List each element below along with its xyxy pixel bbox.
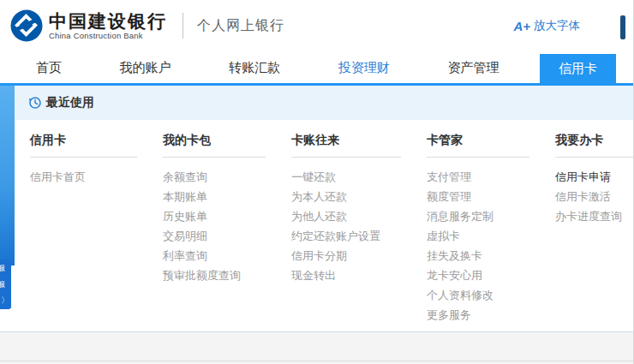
menu-item[interactable]: 约定还款账户设置 <box>291 226 427 246</box>
menu-item[interactable]: 信用卡激活 <box>555 187 633 206</box>
scrollbar-thumb[interactable] <box>620 15 625 39</box>
nav-tab-1[interactable]: 我的账户 <box>103 51 188 83</box>
menu-column-title: 卡管家 <box>427 133 529 158</box>
megamenu-columns: 信用卡信用卡首页我的卡包余额查询本期账单历史账单交易明细利率查询预审批额度查询卡… <box>0 120 633 325</box>
recent-used-label: 最近使用 <box>46 95 94 110</box>
menu-item[interactable]: 挂失及换卡 <box>427 246 555 266</box>
menu-item[interactable]: 信用卡申请 <box>555 167 633 187</box>
menu-item[interactable]: 办卡进度查询 <box>555 206 633 226</box>
menu-item[interactable]: 交易明细 <box>163 226 291 246</box>
menu-item[interactable]: 个人资料修改 <box>427 285 555 305</box>
side-widget-text-fragment: 服 <box>0 280 5 289</box>
menu-item[interactable]: 现金转出 <box>291 266 427 285</box>
menu-item[interactable]: 支付管理 <box>427 167 555 187</box>
menu-item[interactable]: 本期账单 <box>163 187 291 206</box>
menu-item[interactable]: 一键还款 <box>291 167 427 187</box>
nav-tab-0[interactable]: 首页 <box>19 51 79 83</box>
menu-item[interactable]: 额度管理 <box>427 187 555 206</box>
menu-column-title: 信用卡 <box>30 133 137 158</box>
menu-column-title: 我的卡包 <box>163 133 266 158</box>
menu-item[interactable]: 历史账单 <box>163 206 291 226</box>
footer-divider <box>0 361 633 361</box>
recent-used-bar: 最近使用 <box>0 86 633 120</box>
menu-item[interactable]: 龙卡安心用 <box>427 266 555 285</box>
menu-item[interactable]: 信用卡首页 <box>30 167 163 187</box>
menu-item[interactable]: 为他人还款 <box>291 206 427 226</box>
menu-item[interactable]: 消息服务定制 <box>427 206 555 226</box>
menu-item[interactable]: 利率查询 <box>163 246 291 266</box>
page-footer <box>0 331 633 364</box>
menu-column: 卡管家支付管理额度管理消息服务定制虚拟卡挂失及换卡龙卡安心用个人资料修改更多服务 <box>427 133 555 325</box>
nav-tab-3[interactable]: 投资理财 <box>321 51 407 83</box>
enlarge-font-button[interactable]: A+ 放大字体 <box>513 18 580 33</box>
menu-column: 卡账往来一键还款为本人还款为他人还款约定还款账户设置信用卡分期现金转出 <box>291 133 427 325</box>
side-widget-tab[interactable]: 服 服 〉 <box>0 260 11 309</box>
header-divider <box>182 13 183 39</box>
menu-column: 我的卡包余额查询本期账单历史账单交易明细利率查询预审批额度查询 <box>163 133 291 325</box>
nav-tab-4[interactable]: 资产管理 <box>430 51 516 83</box>
bank-name-cn: 中国建设银行 <box>49 11 167 31</box>
menu-column-title: 卡账往来 <box>291 133 401 158</box>
menu-item[interactable]: 虚拟卡 <box>427 226 555 246</box>
ccb-logo-icon <box>10 9 43 42</box>
online-banking-page: 中国建设银行 China Construction Bank 个人网上银行 A+… <box>0 0 634 364</box>
menu-item[interactable]: 为本人还款 <box>291 187 427 206</box>
menu-column-title: 我要办卡 <box>555 133 633 158</box>
font-zoom-a-plus-icon: A+ <box>513 19 530 33</box>
menu-item[interactable]: 预审批额度查询 <box>163 266 291 285</box>
left-floating-banner <box>0 86 15 266</box>
font-zoom-label: 放大字体 <box>534 18 580 33</box>
chevron-right-icon: 〉 <box>1 296 9 305</box>
header: 中国建设银行 China Construction Bank 个人网上银行 A+… <box>0 0 633 51</box>
nav-tab-5[interactable]: 信用卡 <box>540 54 616 83</box>
credit-card-megamenu: 最近使用 信用卡信用卡首页我的卡包余额查询本期账单历史账单交易明细利率查询预审批… <box>0 86 633 331</box>
menu-item[interactable]: 信用卡分期 <box>291 246 427 266</box>
bank-name-en: China Construction Bank <box>49 31 167 40</box>
main-nav: 首页我的账户转账汇款投资理财资产管理信用卡 <box>0 51 633 86</box>
menu-item[interactable]: 余额查询 <box>163 167 291 187</box>
menu-column: 我要办卡信用卡申请信用卡激活办卡进度查询 <box>555 133 633 325</box>
portal-title: 个人网上银行 <box>197 17 284 35</box>
menu-column: 信用卡信用卡首页 <box>30 133 163 325</box>
side-widget-text-fragment: 服 <box>0 264 5 272</box>
nav-tab-2[interactable]: 转账汇款 <box>212 51 297 83</box>
history-clock-icon <box>28 96 42 110</box>
menu-item[interactable]: 更多服务 <box>427 305 555 325</box>
bank-name-block: 中国建设银行 China Construction Bank <box>49 11 167 40</box>
